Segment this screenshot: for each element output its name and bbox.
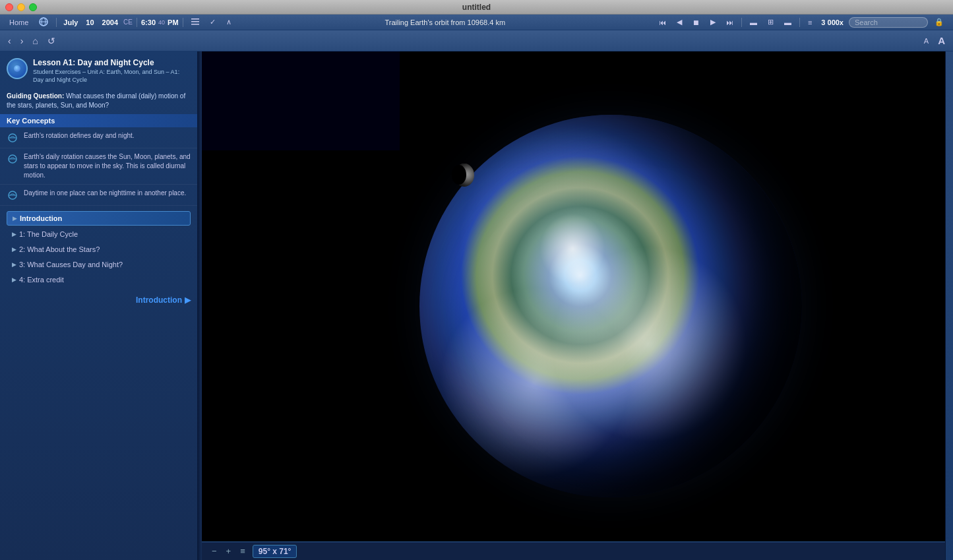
- nav-label-stars: 2: What About the Stars?: [19, 245, 100, 253]
- title-bar: untitled: [0, 0, 953, 15]
- key-concepts-header: Key Concepts: [0, 114, 197, 127]
- skip-forward-icon[interactable]: ⏭: [722, 17, 737, 28]
- zoom-fit-button[interactable]: ≡: [238, 546, 247, 556]
- nav-arrow-extra: ▶: [12, 276, 16, 283]
- lesson-breadcrumb: Student Exercises – Unit A: Earth, Moon,…: [33, 69, 191, 84]
- concept-icon-2: [7, 153, 18, 165]
- concept-item-1: Earth's rotation defines day and night.: [0, 127, 197, 148]
- play-icon[interactable]: ▶: [706, 16, 720, 28]
- minimize-button[interactable]: [17, 3, 25, 11]
- lesson-icon-inner: [14, 65, 20, 72]
- main-container: Lesson A1: Day and Night Cycle Student E…: [0, 51, 953, 560]
- next-btn-row: Introduction ▶: [0, 292, 197, 309]
- svg-rect-3: [191, 18, 199, 20]
- concept-icon-1: [7, 132, 18, 144]
- menu-divider-1: [56, 18, 57, 27]
- menu-year: 2004: [102, 18, 118, 26]
- lesson-icon: [7, 58, 28, 79]
- nav-item-extra[interactable]: ▶ 4: Extra credit: [7, 273, 191, 286]
- zoom-out-button[interactable]: −: [210, 546, 219, 556]
- toolbar: ‹ › ⌂ ↺ A A: [0, 30, 953, 51]
- menu-ce: CE: [123, 18, 133, 26]
- coordinates-display: 95° x 71°: [253, 545, 297, 558]
- nav-item-day-night[interactable]: ▶ 3: What Causes Day and Night?: [7, 258, 191, 271]
- nav-arrow-introduction: ▶: [13, 215, 17, 222]
- right-scrollbar[interactable]: [945, 51, 953, 560]
- moon: [454, 164, 474, 187]
- lock-icon[interactable]: 🔒: [931, 16, 948, 28]
- menu-time: 6:30: [141, 18, 156, 26]
- next-label: Introduction: [136, 296, 182, 305]
- view-icon-2[interactable]: ⊞: [764, 16, 778, 28]
- nav-item-daily-cycle[interactable]: ▶ 1: The Daily Cycle: [7, 228, 191, 241]
- menu-meridiem: PM: [168, 18, 179, 26]
- concept-icon-3: [7, 189, 18, 201]
- concept-text-1: Earth's rotation defines day and night.: [24, 131, 135, 140]
- traffic-lights: [5, 3, 37, 11]
- svg-rect-5: [191, 24, 199, 25]
- stop-icon[interactable]: ⏹: [689, 17, 704, 28]
- zoom-in-button[interactable]: +: [224, 546, 233, 556]
- caret-icon[interactable]: ∧: [222, 16, 235, 28]
- home-button[interactable]: ⌂: [30, 34, 40, 47]
- nav-arrow-day-night: ▶: [12, 261, 16, 268]
- guiding-question: Guiding Question: What causes the diurna…: [0, 88, 197, 114]
- earth-container: [419, 115, 802, 497]
- hamburger-icon[interactable]: [187, 17, 203, 28]
- view-icon-3[interactable]: ▬: [780, 17, 795, 28]
- nav-label-daily-cycle: 1: The Daily Cycle: [19, 230, 78, 238]
- bottom-bar: − + ≡ 95° x 71°: [202, 542, 945, 560]
- nav-arrow-daily-cycle: ▶: [12, 231, 16, 237]
- menu-bar: Home July 10 2004 CE 6:30 40 PM ✓ ∧ Trai…: [0, 15, 953, 30]
- settings-icon[interactable]: ≡: [804, 17, 816, 28]
- menu-divider-3: [183, 18, 183, 27]
- nav-arrow-stars: ▶: [12, 246, 16, 253]
- font-large-button[interactable]: A: [935, 34, 948, 47]
- window-title: untitled: [462, 3, 491, 12]
- nav-item-introduction[interactable]: ▶ Introduction: [7, 211, 191, 226]
- close-button[interactable]: [5, 3, 13, 11]
- concept-item-2: Earth's daily rotation causes the Sun, M…: [0, 148, 197, 185]
- nav-label-day-night: 3: What Causes Day and Night?: [19, 261, 123, 268]
- menu-right-controls: ⏮ ◀ ⏹ ▶ ⏭ ▬ ⊞ ▬ ≡ 3 000x 🔒: [655, 16, 948, 28]
- concept-text-3: Daytime in one place can be nighttime in…: [24, 189, 186, 198]
- menu-day: 10: [86, 18, 94, 26]
- nav-section: ▶ Introduction ▶ 1: The Daily Cycle ▶ 2:…: [0, 206, 197, 292]
- menu-divider-2: [137, 18, 137, 27]
- menu-month: July: [63, 18, 78, 26]
- view-icon-1[interactable]: ▬: [746, 17, 761, 28]
- svg-rect-12: [202, 51, 400, 150]
- space-view: − + ≡ 95° x 71°: [202, 51, 945, 560]
- nav-label-introduction: Introduction: [20, 214, 62, 222]
- lesson-info: Lesson A1: Day and Night Cycle Student E…: [33, 58, 191, 84]
- back-button[interactable]: ‹: [5, 34, 14, 47]
- nav-item-stars[interactable]: ▶ 2: What About the Stars?: [7, 243, 191, 256]
- lesson-title: Lesson A1: Day and Night Cycle: [33, 58, 191, 67]
- concept-item-3: Daytime in one place can be nighttime in…: [0, 185, 197, 206]
- earth: [419, 115, 802, 497]
- maximize-button[interactable]: [29, 3, 37, 11]
- guiding-question-label: Guiding Question:: [7, 92, 64, 100]
- home-menu-item[interactable]: Home: [5, 17, 32, 28]
- next-arrow-icon: ▶: [185, 296, 191, 305]
- next-button[interactable]: Introduction ▶: [136, 296, 191, 305]
- lesson-icon-outer: [7, 58, 28, 79]
- checkmark-icon[interactable]: ✓: [206, 16, 220, 28]
- reload-button[interactable]: ↺: [45, 34, 58, 47]
- sidebar: Lesson A1: Day and Night Cycle Student E…: [0, 51, 198, 560]
- search-input[interactable]: [849, 17, 928, 28]
- font-small-button[interactable]: A: [921, 36, 931, 46]
- globe-icon[interactable]: [35, 16, 52, 29]
- concept-text-2: Earth's daily rotation causes the Sun, M…: [24, 152, 191, 180]
- menu-divider-4: [741, 18, 742, 27]
- menu-divider-5: [799, 18, 800, 27]
- menu-zoom: 3 000x: [821, 18, 844, 26]
- svg-rect-4: [191, 21, 199, 22]
- lesson-header: Lesson A1: Day and Night Cycle Student E…: [0, 51, 197, 88]
- forward-button[interactable]: ›: [18, 34, 26, 47]
- nav-label-extra: 4: Extra credit: [19, 276, 64, 284]
- orbit-text: Trailing Earth's orbit from 10968.4 km: [238, 18, 652, 26]
- stars-background: [202, 51, 400, 150]
- skip-back-icon[interactable]: ⏮: [655, 17, 670, 28]
- step-back-icon[interactable]: ◀: [673, 16, 686, 28]
